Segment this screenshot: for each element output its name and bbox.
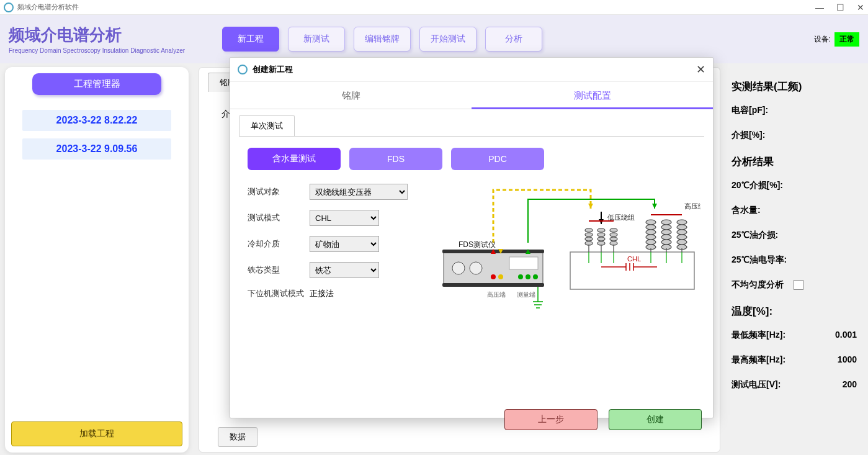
- loss-20c-label: 20℃介损[%]:: [732, 180, 783, 191]
- svg-point-37: [677, 230, 687, 235]
- wiring-diagram: CHL: [434, 178, 700, 351]
- min-freq-value: 0.001: [835, 330, 857, 341]
- svg-marker-0: [588, 204, 593, 209]
- max-freq-value: 1000: [838, 354, 857, 366]
- mode-buttons: 含水量测试 FDS PDC: [248, 148, 699, 170]
- svg-point-30: [661, 230, 671, 235]
- dielectric-loss-label: 介损[%]:: [732, 130, 765, 141]
- svg-point-35: [677, 220, 687, 225]
- intro-text-fragment: 介: [221, 109, 230, 120]
- svg-point-16: [610, 233, 617, 237]
- oil-loss-25c-label: 25℃油介损:: [732, 230, 778, 241]
- fds-button[interactable]: FDS: [349, 148, 442, 170]
- analysis-results-title: 分析结果: [732, 155, 857, 169]
- svg-point-12: [597, 237, 605, 241]
- svg-point-10: [597, 228, 605, 232]
- device-status-label: 设备:: [814, 34, 831, 45]
- core-type-select[interactable]: 铁芯: [310, 262, 379, 278]
- start-test-button[interactable]: 开始测试: [419, 27, 477, 52]
- test-object-select[interactable]: 双绕线组变压器: [310, 184, 408, 200]
- dialog-tab-nameplate[interactable]: 铭牌: [230, 82, 472, 109]
- svg-point-53: [470, 262, 482, 274]
- new-project-button[interactable]: 新工程: [222, 27, 279, 52]
- test-mode-label: 测试模式: [248, 212, 310, 223]
- sidebar: 工程管理器 2023-3-22 8.22.22 2023-3-22 9.09.5…: [5, 67, 189, 453]
- svg-rect-59: [509, 257, 538, 269]
- svg-point-22: [646, 225, 656, 230]
- test-voltage-label: 测试电压[V]:: [732, 379, 781, 390]
- nonuniform-label: 不均匀度分析: [732, 279, 784, 291]
- main-header: 频域介电谱分析 Frequency Domain Spectroscopy In…: [0, 15, 868, 63]
- pdc-button[interactable]: PDC: [451, 148, 544, 170]
- svg-point-36: [677, 225, 687, 230]
- measured-results-title: 实测结果(工频): [732, 79, 857, 94]
- app-icon: [4, 2, 14, 12]
- temperature-title: 温度[%]:: [732, 304, 857, 318]
- lower-mode-value: 正接法: [310, 288, 334, 299]
- device-label: FDS测试仪: [459, 240, 496, 249]
- create-project-dialog: 创建新工程 ✕ 铭牌 测试配置 单次测试 含水量测试 FDS PDC 测试对象 …: [230, 57, 714, 418]
- test-object-label: 测试对象: [248, 186, 310, 197]
- svg-point-21: [646, 220, 656, 225]
- create-button[interactable]: 创建: [609, 409, 702, 430]
- sidebar-title: 工程管理器: [32, 73, 161, 95]
- test-config-panel: 含水量测试 FDS PDC 测试对象 双绕线组变压器 测试模式 CHL 冷却介质…: [239, 136, 704, 397]
- project-item[interactable]: 2023-3-22 9.09.56: [22, 138, 171, 160]
- prev-step-button[interactable]: 上一步: [504, 409, 597, 430]
- toolbar: 新工程 新测试 编辑铭牌 开始测试 分析: [222, 27, 542, 52]
- water-content-label: 含水量:: [732, 205, 761, 216]
- dialog-footer: 上一步 创建: [230, 403, 713, 439]
- svg-point-6: [585, 233, 593, 237]
- nonuniform-checkbox[interactable]: [794, 280, 803, 290]
- hv-winding-label: 高压绕组: [684, 202, 700, 210]
- edit-nameplate-button[interactable]: 编辑铭牌: [354, 27, 411, 52]
- oil-cond-25c-label: 25℃油电导率:: [732, 255, 787, 266]
- device-status-badge: 正常: [834, 32, 859, 47]
- brand-title-cn: 频域介电谱分析: [9, 24, 185, 46]
- max-freq-label: 最高频率[Hz]:: [732, 354, 785, 366]
- svg-point-23: [646, 230, 656, 235]
- brand-title-en: Frequency Domain Spectroscopy Insulation…: [9, 47, 185, 54]
- svg-point-55: [498, 274, 503, 279]
- dialog-icon: [238, 65, 248, 74]
- analyze-button[interactable]: 分析: [485, 27, 542, 52]
- dialog-title: 创建新工程: [253, 64, 293, 75]
- project-item[interactable]: 2023-3-22 8.22.22: [22, 110, 171, 131]
- lv-winding-label: 低压绕组: [607, 214, 635, 221]
- svg-point-29: [661, 225, 671, 230]
- svg-point-57: [526, 274, 530, 279]
- water-content-test-button[interactable]: 含水量测试: [248, 148, 341, 170]
- title-bar: 频域介电谱分析软件 — ☐ ✕: [0, 0, 868, 15]
- svg-point-38: [677, 235, 687, 240]
- svg-point-52: [452, 262, 465, 274]
- minimize-button[interactable]: —: [815, 2, 824, 12]
- capacitance-label: 电容[pF]:: [732, 105, 768, 116]
- maximize-button[interactable]: ☐: [836, 2, 844, 12]
- coolant-label: 冷却介质: [248, 238, 310, 250]
- svg-point-32: [661, 240, 671, 245]
- dialog-tab-test-config[interactable]: 测试配置: [472, 82, 713, 109]
- single-test-tab[interactable]: 单次测试: [239, 115, 295, 136]
- svg-point-39: [677, 240, 687, 245]
- lower-mode-label: 下位机测试模式: [248, 288, 310, 299]
- dialog-close-button[interactable]: ✕: [696, 63, 705, 76]
- test-mode-select[interactable]: CHL: [310, 210, 379, 226]
- results-panel: 实测结果(工频) 电容[pF]: 介损[%]: 分析结果 20℃介损[%]: 含…: [720, 67, 863, 453]
- close-window-button[interactable]: ✕: [857, 2, 864, 12]
- svg-point-28: [661, 220, 671, 225]
- coolant-select[interactable]: 矿物油: [310, 236, 379, 252]
- svg-point-31: [661, 235, 671, 240]
- svg-point-25: [646, 240, 656, 245]
- dialog-body: 单次测试 含水量测试 FDS PDC 测试对象 双绕线组变压器 测试模式 CHL…: [230, 109, 713, 403]
- min-freq-label: 最低频率[Hz]:: [732, 330, 785, 341]
- load-project-button[interactable]: 加载工程: [11, 421, 182, 446]
- chl-label: CHL: [627, 255, 641, 263]
- svg-rect-51: [442, 283, 544, 287]
- app-title: 频域介电谱分析软件: [17, 2, 79, 12]
- test-voltage-value: 200: [843, 379, 857, 390]
- device-status-area: 设备: 正常: [814, 32, 859, 47]
- svg-point-56: [518, 274, 523, 279]
- new-test-button[interactable]: 新测试: [288, 27, 345, 52]
- dialog-title-bar: 创建新工程 ✕: [230, 58, 713, 82]
- svg-point-54: [491, 274, 496, 279]
